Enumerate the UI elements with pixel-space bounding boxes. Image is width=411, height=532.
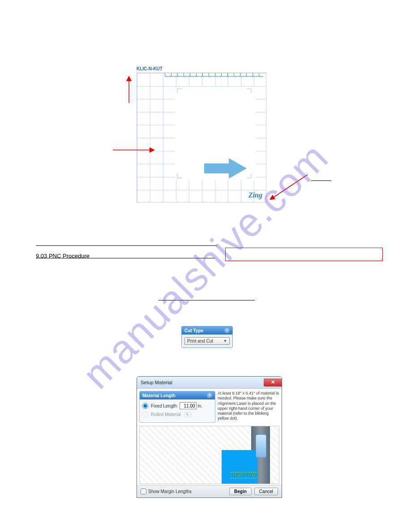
hr-line-1 [36, 245, 217, 246]
cut-type-select[interactable]: Print and Cut ▼ [184, 337, 230, 345]
help-icon[interactable]: ? [224, 328, 230, 333]
show-margin-row: Show Margin Lengths [141, 489, 192, 494]
dialog-instructions: At least 9.18" x 6.41" of material is ne… [218, 391, 279, 423]
help-icon[interactable]: ? [207, 393, 212, 398]
annotation-arrow-right-icon [113, 146, 155, 154]
rolled-material-row: Rolled Material ✎ [142, 412, 212, 417]
reg-mark-top-left [177, 89, 182, 93]
cut-type-header-label: Cut Type [184, 328, 203, 333]
rolled-material-radio [142, 412, 148, 417]
cut-type-body: Print and Cut ▼ [182, 335, 232, 348]
material-length-header-label: Material Length [142, 393, 176, 398]
svg-line-6 [272, 175, 308, 198]
begin-button[interactable]: Begin [229, 488, 252, 495]
reg-mark-bottom-left [177, 174, 182, 178]
reg-mark-top-right [247, 89, 251, 93]
mat-diagram: KLIC-N-KUT Zing [137, 66, 271, 210]
mat-grid: Zing [137, 73, 266, 202]
callout-line [311, 180, 331, 181]
fixed-length-label: Fixed Length: [151, 403, 178, 408]
rolled-material-edit-icon: ✎ [184, 412, 191, 417]
material-length-header: Material Length ? [140, 391, 215, 399]
rolled-material-label: Rolled Material [151, 412, 181, 417]
fixed-length-radio[interactable] [142, 403, 148, 409]
svg-marker-0 [204, 158, 247, 179]
close-icon: ✕ [271, 379, 275, 385]
cut-type-header: Cut Type ? [182, 326, 232, 335]
section-title: 9.03 PNC Procedure [36, 253, 90, 259]
preview-length-overlay: Length: 11.00" [231, 472, 257, 478]
material-length-panel: Material Length ? Fixed Length: in. Roll… [139, 391, 215, 423]
section-underline [158, 300, 255, 300]
feed-direction-arrow-icon [204, 158, 249, 179]
fixed-length-unit: in. [198, 403, 203, 408]
preview-controller [256, 434, 266, 458]
mat-brand-label: KLIC-N-KUT [137, 66, 271, 71]
dialog-footer: Show Margin Lengths Begin Cancel [137, 485, 282, 498]
zing-logo: Zing [248, 191, 262, 199]
cut-type-panel: Cut Type ? Print and Cut ▼ [181, 326, 233, 348]
setup-material-dialog: Setup Material ✕ Material Length ? Fixed… [137, 376, 282, 498]
material-length-body: Fixed Length: in. Rolled Material ✎ [140, 399, 215, 422]
cut-type-selected-value: Print and Cut [187, 339, 213, 343]
fixed-length-row: Fixed Length: in. [142, 402, 212, 409]
cancel-button[interactable]: Cancel [254, 488, 278, 495]
show-margin-checkbox[interactable] [141, 489, 146, 494]
preview-material [222, 450, 257, 484]
dialog-titlebar: Setup Material ✕ [137, 377, 282, 389]
dialog-title: Setup Material [141, 380, 172, 385]
mat-ruler [165, 73, 263, 77]
annotation-arrow-up-icon [124, 76, 133, 103]
section-title-text: 9.03 PNC Procedure [36, 253, 90, 259]
dialog-buttons: Begin Cancel [229, 488, 278, 495]
fixed-length-input[interactable] [180, 402, 197, 409]
dialog-body: Material Length ? Fixed Length: in. Roll… [137, 389, 282, 425]
show-margin-label: Show Margin Lengths [148, 489, 192, 494]
annotation-arrow-diagonal-icon [270, 174, 310, 201]
dropdown-caret-icon: ▼ [223, 339, 227, 343]
close-button[interactable]: ✕ [264, 378, 282, 386]
annotation-highlight-box [225, 248, 383, 261]
material-preview: Length: 11.00" [139, 426, 279, 484]
